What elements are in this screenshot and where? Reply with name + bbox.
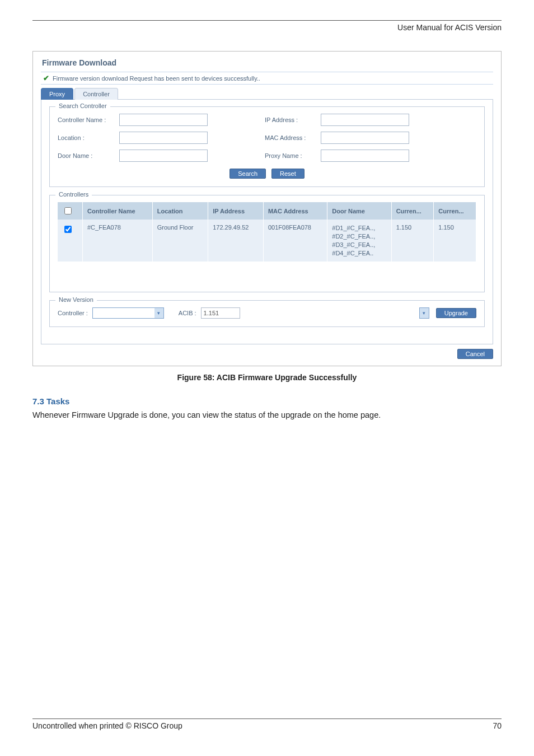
col-mac[interactable]: MAC Address [263, 202, 327, 220]
label-controller-name: Controller Name : [58, 116, 119, 123]
col-door[interactable]: Door Name [327, 202, 391, 220]
search-controller-legend: Search Controller [55, 102, 110, 109]
new-version-row: Controller : ▾ ACIB : 1.151 ▾ Upgrade [58, 307, 476, 319]
footer-right: 70 [493, 721, 502, 730]
figure-caption: Figure 58: ACIB Firmware Upgrade Success… [32, 373, 502, 382]
controllers-table: Controller Name Location IP Address MAC … [58, 202, 476, 262]
label-proxy-name: Proxy Name : [265, 152, 321, 159]
new-version-legend: New Version [55, 296, 97, 303]
header-rule [32, 20, 502, 21]
ip-address-input[interactable] [321, 114, 409, 126]
cancel-button[interactable]: Cancel [457, 349, 493, 359]
footer-left: Uncontrolled when printed © RISCO Group [32, 721, 182, 730]
label-ip-address: IP Address : [265, 116, 321, 123]
table-row[interactable]: #C_FEA078 Ground Floor 172.29.49.52 001F… [58, 220, 476, 262]
controllers-fieldset: Controllers Controller Name Location IP … [49, 195, 485, 292]
cancel-row: Cancel [41, 349, 493, 359]
label-location: Location : [58, 134, 119, 141]
label-nv-controller: Controller : [58, 310, 88, 316]
tab-content: Search Controller Controller Name : IP A… [41, 99, 493, 344]
col-ip[interactable]: IP Address [208, 202, 264, 220]
section-heading: 7.3 Tasks [32, 396, 502, 406]
label-door-name: Door Name : [58, 152, 119, 159]
firmware-screenshot: Firmware Download ✔ Firmware version dow… [32, 51, 502, 366]
cell-name: #C_FEA078 [83, 220, 153, 262]
door-name-input[interactable] [119, 150, 208, 162]
success-alert: ✔ Firmware version download Request has … [41, 72, 493, 85]
cell-doors: #D1_#C_FEA.., #D2_#C_FEA.., #D3_#C_FEA..… [327, 220, 391, 262]
alert-text: Firmware version download Request has be… [53, 75, 260, 82]
search-form: Controller Name : IP Address : Location … [58, 114, 476, 162]
cell-cur1: 1.150 [391, 220, 434, 262]
cell-location: Ground Floor [152, 220, 208, 262]
tab-controller[interactable]: Controller [74, 88, 118, 100]
cell-ip: 172.29.49.52 [208, 220, 264, 262]
select-all-checkbox[interactable] [64, 207, 72, 214]
mac-address-input[interactable] [321, 132, 409, 144]
page: User Manual for ACIS Version Firmware Do… [0, 0, 534, 756]
chevron-down-icon: ▾ [419, 307, 429, 319]
search-controller-fieldset: Search Controller Controller Name : IP A… [49, 106, 485, 187]
cell-cur2: 1.150 [434, 220, 476, 262]
location-input[interactable] [119, 132, 208, 144]
reset-button[interactable]: Reset [271, 169, 305, 179]
search-button-row: Search Reset [58, 169, 476, 179]
proxy-name-input[interactable] [321, 150, 409, 162]
check-icon: ✔ [43, 74, 49, 82]
controller-dropdown[interactable]: ▾ [92, 307, 164, 319]
label-nv-acib: ACIB : [179, 310, 196, 316]
section-body: Whenever Firmware Upgrade is done, you c… [32, 410, 502, 419]
col-location[interactable]: Location [152, 202, 208, 220]
window-title: Firmware Download [42, 58, 493, 67]
cell-mac: 001F08FEA078 [263, 220, 327, 262]
col-cur1[interactable]: Curren... [391, 202, 434, 220]
header-title: User Manual for ACIS Version [32, 23, 502, 32]
table-header-row: Controller Name Location IP Address MAC … [58, 202, 476, 220]
page-footer: Uncontrolled when printed © RISCO Group … [32, 718, 502, 730]
row-checkbox[interactable] [64, 226, 72, 233]
upgrade-dropdown[interactable]: ▾ [419, 307, 432, 319]
tab-bar: Proxy Controller [41, 88, 493, 100]
col-cur2[interactable]: Curren... [434, 202, 476, 220]
chevron-down-icon: ▾ [154, 307, 164, 319]
controller-name-input[interactable] [119, 114, 208, 126]
search-button[interactable]: Search [229, 169, 266, 179]
acib-value[interactable]: 1.151 [201, 307, 240, 319]
tab-proxy[interactable]: Proxy [41, 88, 73, 100]
upgrade-button[interactable]: Upgrade [436, 308, 476, 318]
col-controller-name[interactable]: Controller Name [83, 202, 153, 220]
label-mac-address: MAC Address : [265, 134, 321, 141]
controllers-legend: Controllers [55, 191, 92, 198]
new-version-fieldset: New Version Controller : ▾ ACIB : 1.151 … [49, 300, 485, 327]
